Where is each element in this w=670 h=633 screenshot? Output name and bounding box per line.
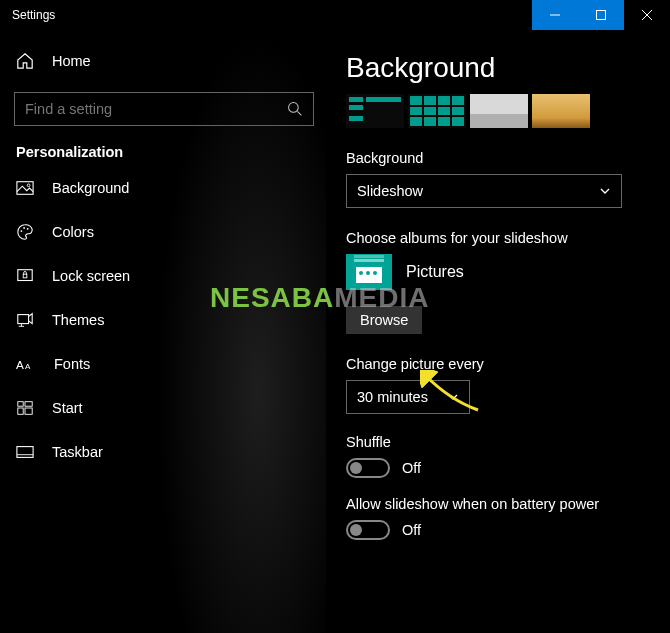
lock-screen-icon [16, 267, 34, 285]
svg-rect-19 [18, 402, 23, 407]
shuffle-state: Off [402, 460, 421, 476]
dropdown-value: 30 minutes [357, 389, 447, 405]
close-icon [642, 10, 652, 20]
search-field[interactable] [25, 101, 287, 117]
picture-icon [16, 179, 34, 197]
start-icon [16, 399, 34, 417]
close-button[interactable] [624, 0, 670, 30]
main-content: Background Background Slideshow Choose a… [326, 30, 670, 633]
album-row[interactable]: Pictures [346, 254, 670, 290]
browse-button[interactable]: Browse [346, 306, 422, 334]
sidebar-item-start[interactable]: Start [0, 386, 326, 430]
svg-rect-6 [17, 182, 33, 195]
svg-point-10 [27, 228, 29, 230]
albums-label: Choose albums for your slideshow [346, 230, 670, 246]
album-name: Pictures [406, 263, 464, 281]
sidebar-item-background[interactable]: Background [0, 166, 326, 210]
svg-rect-13 [23, 274, 27, 278]
themes-icon [16, 311, 34, 329]
svg-point-7 [27, 184, 30, 187]
sidebar-item-lockscreen[interactable]: Lock screen [0, 254, 326, 298]
titlebar: Settings [0, 0, 670, 30]
svg-rect-23 [17, 447, 33, 458]
sidebar-item-label: Background [52, 180, 129, 196]
svg-point-4 [289, 103, 299, 113]
svg-rect-14 [18, 315, 29, 324]
chevron-down-icon [599, 185, 611, 197]
search-icon [287, 101, 303, 117]
theme-thumb[interactable] [532, 94, 590, 128]
background-label: Background [346, 150, 670, 166]
minimize-icon [550, 10, 560, 20]
palette-icon [16, 223, 34, 241]
browse-label: Browse [360, 312, 408, 328]
background-dropdown[interactable]: Slideshow [346, 174, 622, 208]
chevron-down-icon [447, 391, 459, 403]
preview-thumbnails [346, 94, 670, 128]
shuffle-label: Shuffle [346, 434, 670, 450]
maximize-button[interactable] [578, 0, 624, 30]
sidebar-item-themes[interactable]: Themes [0, 298, 326, 342]
svg-rect-20 [25, 402, 32, 407]
sidebar: Home Personalization Background Colors L… [0, 30, 326, 633]
battery-toggle[interactable] [346, 520, 390, 540]
page-title: Background [346, 52, 670, 84]
search-input[interactable] [14, 92, 314, 126]
battery-label: Allow slideshow when on battery power [346, 496, 670, 512]
taskbar-icon [16, 443, 34, 461]
home-label: Home [52, 53, 91, 69]
home-nav[interactable]: Home [0, 38, 326, 84]
theme-thumb[interactable] [470, 94, 528, 128]
svg-rect-22 [25, 408, 32, 414]
shuffle-toggle[interactable] [346, 458, 390, 478]
theme-thumb[interactable] [408, 94, 466, 128]
interval-dropdown[interactable]: 30 minutes [346, 380, 470, 414]
svg-point-9 [23, 227, 25, 229]
maximize-icon [596, 10, 606, 20]
dropdown-value: Slideshow [357, 183, 599, 199]
svg-rect-21 [18, 408, 23, 414]
sidebar-item-label: Fonts [54, 356, 90, 372]
sidebar-item-fonts[interactable]: AA Fonts [0, 342, 326, 386]
sidebar-item-label: Lock screen [52, 268, 130, 284]
window-title: Settings [0, 8, 55, 22]
fonts-icon: AA [16, 355, 36, 373]
svg-text:A: A [25, 362, 31, 371]
svg-point-8 [21, 230, 23, 232]
sidebar-item-colors[interactable]: Colors [0, 210, 326, 254]
category-heading: Personalization [0, 126, 326, 166]
battery-state: Off [402, 522, 421, 538]
sidebar-item-taskbar[interactable]: Taskbar [0, 430, 326, 474]
svg-rect-1 [597, 11, 606, 20]
theme-thumb[interactable] [346, 94, 404, 128]
folder-icon [346, 254, 392, 290]
sidebar-item-label: Themes [52, 312, 104, 328]
sidebar-item-label: Colors [52, 224, 94, 240]
sidebar-item-label: Start [52, 400, 83, 416]
sidebar-item-label: Taskbar [52, 444, 103, 460]
change-label: Change picture every [346, 356, 670, 372]
minimize-button[interactable] [532, 0, 578, 30]
svg-line-5 [297, 111, 301, 115]
svg-text:A: A [16, 358, 24, 371]
home-icon [16, 52, 34, 70]
